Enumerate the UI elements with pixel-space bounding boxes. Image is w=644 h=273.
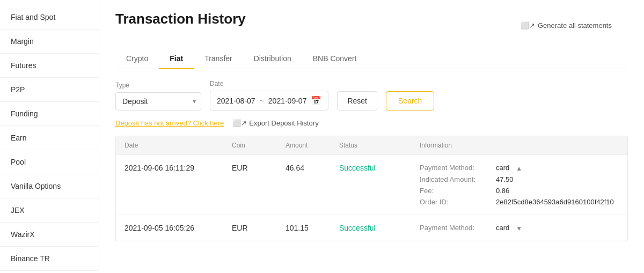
col-amount: Amount [286, 142, 339, 149]
sidebar-item-futures[interactable]: Futures [0, 54, 99, 78]
generate-statements-link[interactable]: ⬜↗ Generate all statements [521, 21, 612, 29]
col-status: Status [339, 142, 420, 149]
tab-fiat[interactable]: Fiat [159, 49, 194, 69]
info-fee: Fee: 0.86 [420, 187, 619, 195]
reset-button[interactable]: Reset [337, 91, 377, 110]
date-tilde: ~ [260, 97, 264, 105]
sidebar-item-earn[interactable]: Earn [0, 126, 99, 150]
sidebar-item-p2p[interactable]: P2P [0, 78, 99, 102]
row-date: 2021-09-05 16:05:26 [125, 224, 232, 232]
row-info: Payment Method: card ▼ [420, 224, 619, 232]
sidebar-item-binance-tr[interactable]: Binance TR [0, 247, 99, 271]
type-select[interactable]: Deposit Withdrawal [115, 92, 201, 110]
info-fee-key: Fee: [420, 187, 489, 195]
info-payment-method-key: Payment Method: [420, 164, 489, 172]
collapse-icon[interactable]: ▲ [516, 165, 522, 172]
info-indicated-amount-val: 47.50 [496, 175, 514, 183]
main-content: Transaction History ⬜↗ Generate all stat… [99, 0, 644, 273]
expand-icon[interactable]: ▼ [516, 225, 522, 232]
sidebar-item-fiat-spot[interactable]: Fiat and Spot [0, 5, 99, 29]
table-header-row: Date Coin Amount Status Information [116, 136, 627, 154]
tab-distribution[interactable]: Distribution [243, 49, 302, 69]
sidebar: Fiat and Spot Margin Futures P2P Funding… [0, 0, 99, 273]
info-payment-method-val: card [496, 164, 509, 172]
date-range-picker[interactable]: 2021-08-07 ~ 2021-09-07 📅 [210, 91, 328, 110]
date-from: 2021-08-07 [217, 97, 255, 105]
table-row: 2021-09-05 16:05:26 EUR 101.15 Successfu… [116, 215, 627, 241]
info-order-id-val: 2e82f5cd8e364593a6d9160100f42f10 [496, 198, 614, 206]
sidebar-item-jex[interactable]: JEX [0, 198, 99, 223]
tab-crypto[interactable]: Crypto [115, 49, 159, 69]
row-coin: EUR [232, 224, 286, 232]
table-row: 2021-09-06 16:11:29 EUR 46.64 Successful… [116, 154, 627, 215]
sidebar-item-vanilla-options[interactable]: Vanilla Options [0, 174, 99, 198]
deposit-not-arrived-link[interactable]: Deposit has not arrived? Click here [115, 119, 224, 127]
row-coin: EUR [232, 164, 286, 172]
row-info: Payment Method: card ▲ Indicated Amount:… [420, 164, 619, 206]
col-coin: Coin [232, 142, 286, 149]
date-filter-group: Date 2021-08-07 ~ 2021-09-07 📅 [210, 80, 328, 110]
calendar-icon[interactable]: 📅 [311, 95, 321, 106]
export-deposit-history-link[interactable]: ⬜↗ Export Deposit History [232, 119, 318, 127]
sidebar-item-margin[interactable]: Margin [0, 29, 99, 54]
sidebar-item-pool[interactable]: Pool [0, 150, 99, 174]
search-button[interactable]: Search [386, 91, 434, 110]
transactions-table: Date Coin Amount Status Information 2021… [115, 136, 628, 241]
info-payment-method: Payment Method: card ▼ [420, 224, 619, 232]
info-indicated-amount: Indicated Amount: 47.50 [420, 175, 619, 183]
tab-bnb-convert[interactable]: BNB Convert [302, 49, 368, 69]
info-payment-method-key: Payment Method: [420, 224, 489, 232]
filter-row: Type Deposit Withdrawal Date 2021-08-07 … [115, 80, 628, 110]
row-status: Successful [339, 224, 420, 232]
row-status: Successful [339, 164, 420, 172]
action-links: Deposit has not arrived? Click here ⬜↗ E… [115, 119, 628, 127]
info-fee-val: 0.86 [496, 187, 509, 195]
tab-transfer[interactable]: Transfer [194, 49, 243, 69]
external-link-icon: ⬜↗ [521, 21, 535, 29]
tab-bar: Crypto Fiat Transfer Distribution BNB Co… [115, 49, 628, 69]
info-payment-method-val: card [496, 224, 509, 232]
info-order-id: Order ID: 2e82f5cd8e364593a6d9160100f42f… [420, 198, 619, 206]
row-amount: 101.15 [286, 224, 339, 232]
row-amount: 46.64 [286, 164, 339, 172]
type-filter-group: Type Deposit Withdrawal [115, 82, 201, 110]
date-to: 2021-09-07 [268, 97, 307, 105]
row-date: 2021-09-06 16:11:29 [125, 164, 232, 172]
info-order-id-key: Order ID: [420, 198, 489, 206]
sidebar-item-wazirx[interactable]: WazirX [0, 223, 99, 247]
col-information: Information [420, 142, 619, 149]
col-date: Date [125, 142, 232, 149]
date-label: Date [210, 80, 328, 87]
export-icon: ⬜↗ [232, 119, 247, 127]
type-select-wrapper: Deposit Withdrawal [115, 92, 201, 110]
type-label: Type [115, 82, 201, 89]
info-payment-method: Payment Method: card ▲ [420, 164, 619, 172]
sidebar-item-funding[interactable]: Funding [0, 102, 99, 126]
page-title: Transaction History [115, 11, 246, 27]
info-indicated-amount-key: Indicated Amount: [420, 175, 489, 183]
page-header: Transaction History ⬜↗ Generate all stat… [115, 11, 628, 38]
